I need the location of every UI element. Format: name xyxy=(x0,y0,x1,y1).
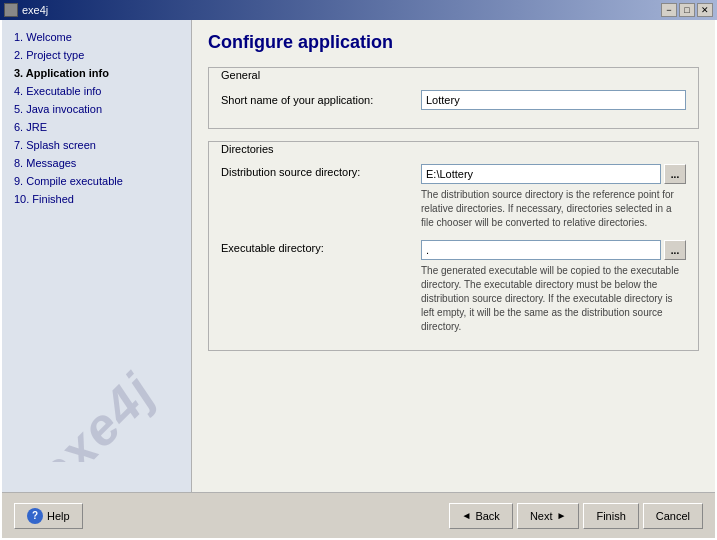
dist-source-input[interactable] xyxy=(421,164,661,184)
title-bar: exe4j − □ ✕ xyxy=(0,0,717,20)
finish-button[interactable]: Finish xyxy=(583,503,638,529)
cancel-label: Cancel xyxy=(656,510,690,522)
footer: ? Help ◄ Back Next ► Finish Cancel xyxy=(2,492,715,538)
sidebar-item-application-info[interactable]: 3. Application info xyxy=(2,64,191,82)
dist-source-browse-button[interactable]: ... xyxy=(664,164,686,184)
dist-source-help: The distribution source directory is the… xyxy=(421,188,686,230)
maximize-button[interactable]: □ xyxy=(679,3,695,17)
sidebar-item-finished[interactable]: 10. Finished xyxy=(2,190,191,208)
executable-row: Executable directory: ... The generated … xyxy=(221,240,686,334)
next-button[interactable]: Next ► xyxy=(517,503,580,529)
app-icon xyxy=(4,3,18,17)
main-window: 1. Welcome 2. Project type 3. Applicatio… xyxy=(0,20,717,540)
dist-source-group: ... The distribution source directory is… xyxy=(421,164,686,230)
help-button[interactable]: ? Help xyxy=(14,503,83,529)
general-section-body: Short name of your application: xyxy=(209,82,698,128)
sidebar-item-executable-info[interactable]: 4. Executable info xyxy=(2,82,191,100)
back-button[interactable]: ◄ Back xyxy=(449,503,513,529)
executable-label: Executable directory: xyxy=(221,240,421,254)
cancel-button[interactable]: Cancel xyxy=(643,503,703,529)
directories-legend: Directories xyxy=(217,143,278,155)
sidebar-item-welcome[interactable]: 1. Welcome xyxy=(2,28,191,46)
footer-left: ? Help xyxy=(14,503,83,529)
executable-input-row: ... xyxy=(421,240,686,260)
executable-help: The generated executable will be copied … xyxy=(421,264,686,334)
short-name-label: Short name of your application: xyxy=(221,94,421,106)
sidebar-watermark: exe4j xyxy=(2,342,191,462)
title-bar-buttons: − □ ✕ xyxy=(661,3,713,17)
next-label: Next xyxy=(530,510,553,522)
minimize-button[interactable]: − xyxy=(661,3,677,17)
footer-right: ◄ Back Next ► Finish Cancel xyxy=(449,503,704,529)
page-title: Configure application xyxy=(208,32,699,53)
sidebar-item-messages[interactable]: 8. Messages xyxy=(2,154,191,172)
back-arrow-icon: ◄ xyxy=(462,510,472,521)
short-name-row: Short name of your application: xyxy=(221,90,686,110)
executable-input[interactable] xyxy=(421,240,661,260)
watermark-text: exe4j xyxy=(26,361,168,462)
title-bar-left: exe4j xyxy=(4,3,48,17)
general-section: General Short name of your application: xyxy=(208,67,699,129)
window-title: exe4j xyxy=(22,4,48,16)
back-label: Back xyxy=(475,510,499,522)
content-area: 1. Welcome 2. Project type 3. Applicatio… xyxy=(2,20,715,492)
short-name-input[interactable] xyxy=(421,90,686,110)
help-label: Help xyxy=(47,510,70,522)
sidebar-item-project-type[interactable]: 2. Project type xyxy=(2,46,191,64)
next-arrow-icon: ► xyxy=(557,510,567,521)
main-panel: Configure application General Short name… xyxy=(192,20,715,492)
dist-source-label: Distribution source directory: xyxy=(221,164,421,178)
sidebar-item-java-invocation[interactable]: 5. Java invocation xyxy=(2,100,191,118)
sidebar-item-compile-executable[interactable]: 9. Compile executable xyxy=(2,172,191,190)
executable-group: ... The generated executable will be cop… xyxy=(421,240,686,334)
sidebar: 1. Welcome 2. Project type 3. Applicatio… xyxy=(2,20,192,492)
help-icon: ? xyxy=(27,508,43,524)
directories-section: Directories Distribution source director… xyxy=(208,141,699,351)
sidebar-item-jre[interactable]: 6. JRE xyxy=(2,118,191,136)
general-legend: General xyxy=(217,69,264,81)
sidebar-item-splash-screen[interactable]: 7. Splash screen xyxy=(2,136,191,154)
close-button[interactable]: ✕ xyxy=(697,3,713,17)
directories-section-body: Distribution source directory: ... The d… xyxy=(209,156,698,350)
finish-label: Finish xyxy=(596,510,625,522)
executable-browse-button[interactable]: ... xyxy=(664,240,686,260)
dist-source-row: Distribution source directory: ... The d… xyxy=(221,164,686,230)
dist-source-input-row: ... xyxy=(421,164,686,184)
